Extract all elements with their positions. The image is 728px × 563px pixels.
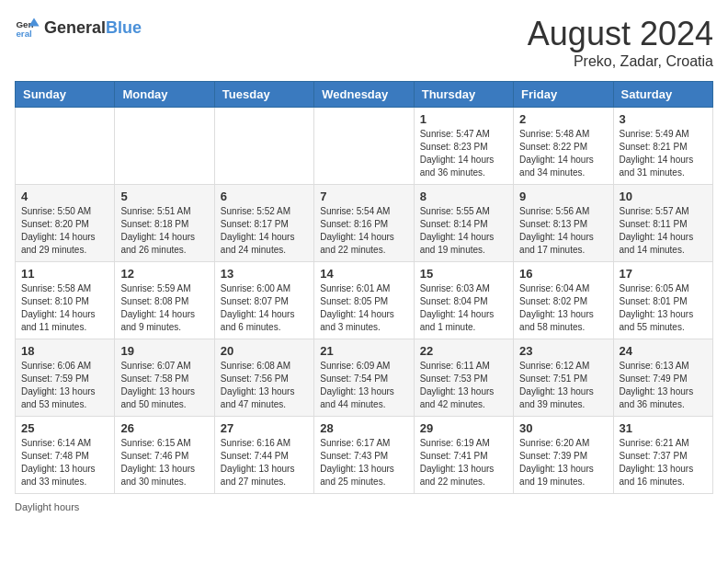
calendar-week-row: 1Sunrise: 5:47 AM Sunset: 8:23 PM Daylig… (16, 108, 713, 185)
calendar-cell: 18Sunrise: 6:06 AM Sunset: 7:59 PM Dayli… (16, 339, 115, 417)
day-number: 27 (221, 421, 308, 435)
day-of-week-header: Saturday (613, 82, 712, 108)
calendar-cell: 23Sunrise: 6:12 AM Sunset: 7:51 PM Dayli… (514, 339, 613, 417)
title-block: August 2024 Preko, Zadar, Croatia (528, 15, 713, 70)
calendar-cell: 26Sunrise: 6:15 AM Sunset: 7:46 PM Dayli… (115, 417, 214, 494)
day-number: 2 (519, 112, 607, 126)
day-number: 19 (120, 344, 208, 358)
day-number: 13 (221, 267, 308, 281)
day-number: 4 (21, 190, 108, 203)
day-number: 10 (620, 190, 707, 203)
calendar-cell: 11Sunrise: 5:58 AM Sunset: 8:10 PM Dayli… (16, 262, 115, 339)
calendar-cell: 28Sunrise: 6:17 AM Sunset: 7:43 PM Dayli… (314, 417, 414, 494)
day-number: 8 (420, 190, 507, 203)
day-of-week-header: Thursday (414, 82, 513, 108)
calendar-cell (214, 108, 313, 185)
daylight-label: Daylight hours (15, 501, 79, 512)
calendar-cell: 10Sunrise: 5:57 AM Sunset: 8:11 PM Dayli… (613, 185, 712, 262)
day-number: 31 (620, 421, 707, 435)
calendar-cell: 5Sunrise: 5:51 AM Sunset: 8:18 PM Daylig… (115, 185, 214, 262)
day-number: 3 (620, 112, 707, 126)
calendar-cell: 22Sunrise: 6:11 AM Sunset: 7:53 PM Dayli… (414, 339, 513, 417)
calendar-cell: 19Sunrise: 6:07 AM Sunset: 7:58 PM Dayli… (115, 339, 214, 417)
day-number: 7 (320, 190, 407, 203)
calendar-cell (16, 108, 115, 185)
calendar-week-row: 11Sunrise: 5:58 AM Sunset: 8:10 PM Dayli… (16, 262, 713, 339)
day-number: 14 (320, 267, 407, 281)
day-info: Sunrise: 5:56 AM Sunset: 8:13 PM Dayligh… (519, 205, 607, 257)
day-info: Sunrise: 6:12 AM Sunset: 7:51 PM Dayligh… (519, 360, 607, 411)
calendar-cell: 21Sunrise: 6:09 AM Sunset: 7:54 PM Dayli… (314, 339, 414, 417)
day-info: Sunrise: 6:11 AM Sunset: 7:53 PM Dayligh… (420, 360, 507, 411)
day-of-week-header: Tuesday (214, 82, 313, 108)
calendar-week-row: 18Sunrise: 6:06 AM Sunset: 7:59 PM Dayli… (16, 339, 713, 417)
day-info: Sunrise: 6:06 AM Sunset: 7:59 PM Dayligh… (21, 360, 108, 411)
logo-general: General (44, 18, 106, 37)
calendar-header-row: SundayMondayTuesdayWednesdayThursdayFrid… (16, 82, 713, 108)
day-number: 20 (221, 344, 308, 358)
svg-text:eral: eral (16, 29, 32, 39)
calendar-cell: 30Sunrise: 6:20 AM Sunset: 7:39 PM Dayli… (514, 417, 613, 494)
calendar-cell (314, 108, 414, 185)
logo-blue: Blue (106, 18, 142, 37)
calendar-cell: 17Sunrise: 6:05 AM Sunset: 8:01 PM Dayli… (613, 262, 712, 339)
calendar-cell: 25Sunrise: 6:14 AM Sunset: 7:48 PM Dayli… (16, 417, 115, 494)
day-number: 11 (21, 267, 108, 281)
calendar-cell: 4Sunrise: 5:50 AM Sunset: 8:20 PM Daylig… (16, 185, 115, 262)
day-info: Sunrise: 6:01 AM Sunset: 8:05 PM Dayligh… (320, 282, 407, 334)
day-info: Sunrise: 5:49 AM Sunset: 8:21 PM Dayligh… (620, 128, 707, 179)
day-of-week-header: Wednesday (314, 82, 414, 108)
day-info: Sunrise: 6:05 AM Sunset: 8:01 PM Dayligh… (620, 282, 707, 334)
day-number: 17 (620, 267, 707, 281)
day-number: 12 (120, 267, 208, 281)
day-info: Sunrise: 6:16 AM Sunset: 7:44 PM Dayligh… (221, 437, 308, 488)
calendar-cell: 3Sunrise: 5:49 AM Sunset: 8:21 PM Daylig… (613, 108, 712, 185)
day-info: Sunrise: 6:17 AM Sunset: 7:43 PM Dayligh… (320, 437, 407, 488)
day-number: 25 (21, 421, 108, 435)
day-number: 15 (420, 267, 507, 281)
day-info: Sunrise: 6:19 AM Sunset: 7:41 PM Dayligh… (420, 437, 507, 488)
day-info: Sunrise: 6:08 AM Sunset: 7:56 PM Dayligh… (221, 360, 308, 411)
day-info: Sunrise: 6:04 AM Sunset: 8:02 PM Dayligh… (519, 282, 607, 334)
calendar-cell: 27Sunrise: 6:16 AM Sunset: 7:44 PM Dayli… (214, 417, 313, 494)
calendar-cell: 2Sunrise: 5:48 AM Sunset: 8:22 PM Daylig… (514, 108, 613, 185)
day-number: 28 (320, 421, 407, 435)
day-info: Sunrise: 6:09 AM Sunset: 7:54 PM Dayligh… (320, 360, 407, 411)
day-number: 1 (420, 112, 507, 126)
day-info: Sunrise: 5:59 AM Sunset: 8:08 PM Dayligh… (120, 282, 208, 334)
calendar-cell: 6Sunrise: 5:52 AM Sunset: 8:17 PM Daylig… (214, 185, 313, 262)
calendar-cell: 7Sunrise: 5:54 AM Sunset: 8:16 PM Daylig… (314, 185, 414, 262)
day-info: Sunrise: 6:21 AM Sunset: 7:37 PM Dayligh… (620, 437, 707, 488)
day-info: Sunrise: 5:51 AM Sunset: 8:18 PM Dayligh… (120, 205, 208, 257)
calendar-cell: 15Sunrise: 6:03 AM Sunset: 8:04 PM Dayli… (414, 262, 513, 339)
day-info: Sunrise: 6:03 AM Sunset: 8:04 PM Dayligh… (420, 282, 507, 334)
day-info: Sunrise: 5:50 AM Sunset: 8:20 PM Dayligh… (21, 205, 108, 257)
calendar-cell: 12Sunrise: 5:59 AM Sunset: 8:08 PM Dayli… (115, 262, 214, 339)
page-header: Gen eral GeneralBlue August 2024 Preko, … (15, 15, 713, 70)
calendar-week-row: 4Sunrise: 5:50 AM Sunset: 8:20 PM Daylig… (16, 185, 713, 262)
day-info: Sunrise: 6:20 AM Sunset: 7:39 PM Dayligh… (519, 437, 607, 488)
calendar-cell (115, 108, 214, 185)
day-number: 26 (120, 421, 208, 435)
logo: Gen eral GeneralBlue (15, 15, 142, 40)
calendar-location: Preko, Zadar, Croatia (528, 53, 713, 70)
calendar-cell: 1Sunrise: 5:47 AM Sunset: 8:23 PM Daylig… (414, 108, 513, 185)
day-of-week-header: Monday (115, 82, 214, 108)
calendar-cell: 20Sunrise: 6:08 AM Sunset: 7:56 PM Dayli… (214, 339, 313, 417)
day-info: Sunrise: 6:14 AM Sunset: 7:48 PM Dayligh… (21, 437, 108, 488)
calendar-footer: Daylight hours (15, 501, 713, 512)
logo-text: GeneralBlue (44, 18, 142, 38)
day-info: Sunrise: 5:58 AM Sunset: 8:10 PM Dayligh… (21, 282, 108, 334)
day-number: 30 (519, 421, 607, 435)
day-number: 23 (519, 344, 607, 358)
day-info: Sunrise: 5:52 AM Sunset: 8:17 PM Dayligh… (221, 205, 308, 257)
day-number: 16 (519, 267, 607, 281)
day-info: Sunrise: 5:54 AM Sunset: 8:16 PM Dayligh… (320, 205, 407, 257)
day-number: 29 (420, 421, 507, 435)
calendar-cell: 31Sunrise: 6:21 AM Sunset: 7:37 PM Dayli… (613, 417, 712, 494)
calendar-cell: 9Sunrise: 5:56 AM Sunset: 8:13 PM Daylig… (514, 185, 613, 262)
day-number: 22 (420, 344, 507, 358)
calendar-week-row: 25Sunrise: 6:14 AM Sunset: 7:48 PM Dayli… (16, 417, 713, 494)
day-number: 5 (120, 190, 208, 203)
day-number: 9 (519, 190, 607, 203)
